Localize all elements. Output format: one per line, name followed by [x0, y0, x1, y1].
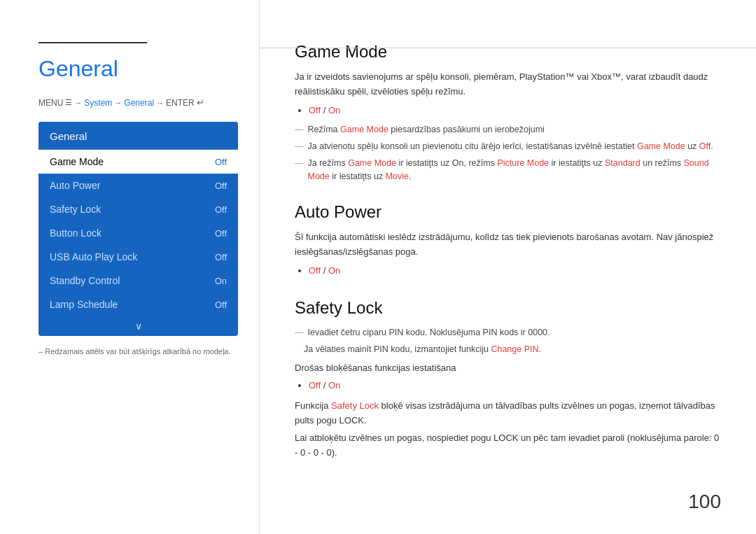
safety-lock-bullets: Off / On	[295, 379, 721, 393]
menu-item-auto-power-value: Off	[215, 181, 227, 191]
auto-power-bullets: Off / On	[295, 264, 721, 279]
menu-item-game-mode-label: Game Mode	[50, 156, 104, 167]
safety-lock-dash1: — Ievadiet četru ciparu PIN kodu. Noklus…	[295, 326, 721, 339]
section-game-mode-body: Ja ir izveidots savienojums ar spēļu kon…	[295, 70, 721, 183]
safety-lock-sep: /	[321, 380, 328, 391]
menu-item-safety-lock[interactable]: Safety Lock Off	[38, 197, 238, 221]
game-mode-dash1: — Režīma Game Mode piesardzības pasākumi…	[295, 123, 721, 136]
safety-lock-dash1-text: Ievadiet četru ciparu PIN kodu. Noklusēj…	[308, 326, 550, 339]
game-mode-bullet-off-on: Off / On	[309, 104, 721, 118]
game-mode-dash2-text: Ja atvienotu spēļu konsoli un pievienotu…	[308, 140, 713, 153]
breadcrumb-menu-icon: ☰	[65, 98, 72, 107]
breadcrumb-arrow3: →	[156, 99, 164, 107]
dash-icon5	[295, 343, 300, 356]
section-safety-lock-body: — Ievadiet četru ciparu PIN kodu. Noklus…	[295, 326, 721, 461]
game-mode-bullets: Off / On	[295, 104, 721, 118]
page-number: 100	[688, 491, 721, 513]
menu-item-standby-control-label: Standby Control	[50, 275, 120, 286]
game-mode-dash3: — Ja režīms Game Mode ir iestatiţts uz O…	[295, 157, 721, 183]
safety-lock-on-text: On	[328, 380, 340, 391]
menu-item-button-lock-label: Button Lock	[50, 227, 102, 239]
game-mode-on-text: On	[328, 105, 340, 115]
chevron-down-icon: ∨	[135, 321, 142, 332]
section-game-mode: Game Mode Ja ir izveidots savienojums ar…	[295, 42, 721, 183]
right-panel: Game Mode Ja ir izveidots savienojums ar…	[259, 0, 756, 534]
safety-lock-dash2-text: Ja vēlaties mainīt PIN kodu, izmantojiet…	[304, 343, 541, 356]
top-divider	[259, 48, 756, 48]
menu-item-safety-lock-label: Safety Lock	[50, 204, 101, 215]
game-mode-dash3-text: Ja režīms Game Mode ir iestatiţts uz On,…	[308, 157, 722, 183]
safety-lock-middle-text: Drošas bloķēšanas funkcijas iestatišana	[295, 361, 721, 376]
menu-item-lamp-schedule-value: Off	[215, 300, 227, 310]
safety-lock-off-text: Off	[309, 380, 321, 391]
auto-power-bullet-off-on: Off / On	[309, 264, 721, 279]
menu-item-standby-control[interactable]: Standby Control On	[38, 269, 238, 293]
menu-item-lamp-schedule[interactable]: Lamp Schedule Off	[38, 293, 238, 316]
menu-item-game-mode[interactable]: Game Mode Off	[38, 150, 238, 174]
game-mode-off-text: Off	[309, 105, 321, 115]
safety-lock-bottom1: Funkcija Safety Lock bloķē visas izstrād…	[295, 399, 721, 428]
auto-power-sep: /	[321, 265, 328, 276]
breadcrumb-arrow2: →	[114, 99, 122, 107]
menu-item-standby-control-value: On	[215, 276, 227, 286]
menu-item-usb-auto-play-lock[interactable]: USB Auto Play Lock Off	[38, 245, 238, 269]
menu-item-auto-power[interactable]: Auto Power Off	[38, 174, 238, 197]
menu-box-title: General	[38, 122, 238, 150]
breadcrumb-arrow1: →	[74, 99, 82, 107]
game-mode-dash1-text: Režīma Game Mode piesardzības pasākumi u…	[308, 123, 545, 136]
menu-item-game-mode-value: Off	[215, 157, 227, 167]
menu-chevron: ∨	[38, 316, 238, 336]
breadcrumb-enter-label: ENTER	[166, 98, 195, 108]
dash-icon3: —	[295, 157, 304, 170]
safety-lock-dash2: Ja vēlaties mainīt PIN kodu, izmantojiet…	[295, 343, 721, 356]
auto-power-off-text: Off	[309, 265, 321, 276]
safety-lock-bottom2: Lai atbloķētu izvēlnes un pogas, nospied…	[295, 431, 721, 461]
menu-item-button-lock[interactable]: Button Lock Off	[38, 221, 238, 245]
menu-item-usb-auto-play-lock-label: USB Auto Play Lock	[50, 251, 137, 262]
safety-lock-bullet-off-on: Off / On	[309, 379, 721, 393]
section-auto-power: Auto Power Šī funkcija automātiski ieslē…	[295, 202, 721, 278]
left-footnote: Redzamais attēls var būt atšķirīgs atkar…	[38, 346, 231, 358]
breadcrumb: MENU ☰ → System → General → ENTER ↵	[38, 97, 231, 108]
section-auto-power-body: Šī funkcija automātiski ieslēdz izstrādā…	[295, 230, 721, 278]
breadcrumb-menu-label: MENU	[38, 98, 63, 108]
menu-item-usb-auto-play-lock-value: Off	[215, 252, 227, 262]
left-panel: General MENU ☰ → System → General → ENTE…	[0, 0, 259, 534]
section-auto-power-title: Auto Power	[295, 202, 721, 222]
menu-item-safety-lock-value: Off	[215, 204, 227, 215]
section-safety-lock: Safety Lock — Ievadiet četru ciparu PIN …	[295, 298, 721, 461]
top-line-decoration	[38, 42, 147, 43]
breadcrumb-general: General	[124, 98, 154, 108]
menu-item-lamp-schedule-label: Lamp Schedule	[50, 299, 118, 310]
dash-icon: —	[295, 123, 304, 136]
dash-icon4: —	[295, 326, 304, 339]
menu-box: General Game Mode Off Auto Power Off Saf…	[38, 122, 238, 336]
breadcrumb-system: System	[84, 98, 112, 108]
game-mode-desc: Ja ir izveidots savienojums ar spēļu kon…	[295, 70, 721, 99]
game-mode-sep: /	[321, 105, 328, 115]
menu-item-button-lock-value: Off	[215, 228, 227, 239]
page-title: General	[38, 56, 231, 82]
menu-item-auto-power-label: Auto Power	[50, 180, 100, 191]
section-game-mode-title: Game Mode	[295, 42, 721, 62]
auto-power-desc: Šī funkcija automātiski ieslēdz izstrādā…	[295, 230, 721, 260]
dash-icon2: —	[295, 140, 304, 153]
breadcrumb-enter-icon: ↵	[197, 97, 204, 108]
section-safety-lock-title: Safety Lock	[295, 298, 721, 318]
auto-power-on-text: On	[328, 265, 340, 276]
game-mode-dash2: — Ja atvienotu spēļu konsoli un pievieno…	[295, 140, 721, 153]
